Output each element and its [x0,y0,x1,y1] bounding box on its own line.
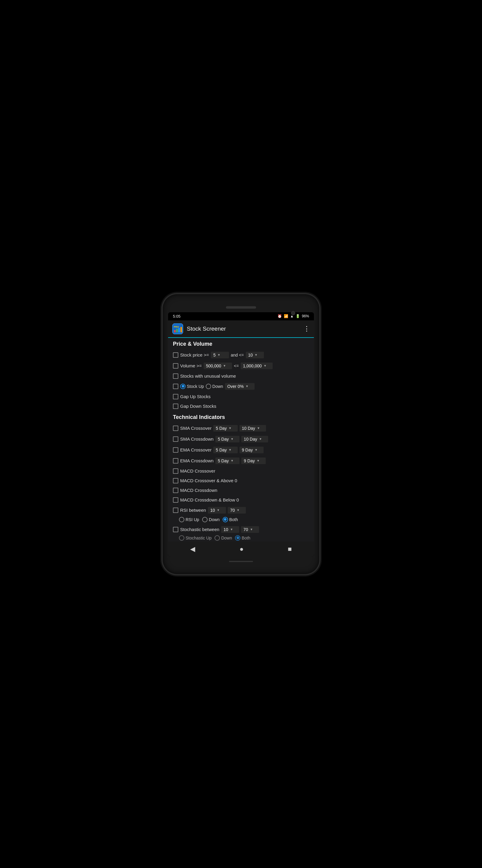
stock-down-radio[interactable]: Down [206,384,223,389]
stock-up-radio-outer [180,384,186,389]
stochastic-between-label: Stochastic between [180,527,219,532]
phone-top-bar [168,306,314,309]
sma-crossdown-checkbox[interactable] [173,436,178,442]
stochastic-both-radio-outer [235,535,240,541]
stock-down-radio-outer [206,384,211,389]
stock-price-min-dropdown[interactable]: 5 ▼ [211,352,229,358]
ema-crossover-period1-dropdown[interactable]: 5 Day ▼ [213,447,237,453]
ema-crossover-period2-dropdown[interactable]: 9 Day ▼ [239,447,264,453]
stock-up-radio[interactable]: Stock Up [180,384,204,389]
stock-direction-dropdown[interactable]: Over 0% ▼ [225,383,255,390]
rsi-between-row: RSI between 10 ▼ 70 ▼ [168,505,314,516]
stock-down-radio-label: Down [213,384,223,389]
phone-camera [291,311,295,315]
stock-direction-row: Stock Up Down Over 0% ▼ [168,381,314,392]
ema-crossover-checkbox[interactable] [173,447,178,453]
rsi-down-radio[interactable]: Down [202,517,220,522]
macd-crossdown-below-checkbox[interactable] [173,497,178,503]
svg-text:PRO: PRO [174,326,179,328]
gap-down-row: Gap Down Stocks [168,401,314,411]
macd-crossover-row: MACD Crossover [168,466,314,476]
sma-crossdown-period1-dropdown[interactable]: 5 Day ▼ [215,436,239,442]
rsi-both-radio[interactable]: Both [223,517,238,522]
sma-crossover-checkbox[interactable] [173,426,178,431]
macd-crossdown-label: MACD Crossdown [180,488,217,493]
stochastic-down-radio-label: Down [221,535,232,540]
ema-crossdown-period2-dropdown[interactable]: 9 Day ▼ [241,458,265,464]
macd-crossover-above-label: MACD Crossover & Above 0 [180,478,237,483]
rsi-up-radio-outer [179,517,184,522]
macd-crossover-label: MACD Crossover [180,468,215,473]
macd-crossover-above-checkbox[interactable] [173,478,178,484]
battery-icon: 🔋 [295,314,300,318]
gap-down-label: Gap Down Stocks [180,404,216,409]
stochastic-between-row: Stochastic between 10 ▼ 70 ▼ [168,524,314,535]
app-icon: PRO [172,323,183,334]
macd-crossover-above-row: MACD Crossover & Above 0 [168,476,314,486]
svg-rect-3 [174,330,175,333]
volume-max-dropdown[interactable]: 1,000,000 ▼ [241,363,272,369]
stochastic-down-radio-outer [215,535,220,541]
stochastic-up-radio-label: Stochastic Up [186,535,212,540]
stock-up-radio-label: Stock Up [187,384,204,389]
stochastic-min-dropdown[interactable]: 10 ▼ [221,526,239,533]
gap-down-checkbox[interactable] [173,404,178,409]
stock-price-checkbox[interactable] [173,352,178,358]
stochastic-down-radio[interactable]: Down [215,535,232,541]
macd-crossdown-checkbox[interactable] [173,488,178,493]
volume-min-dropdown[interactable]: 500,000 ▼ [204,363,232,369]
gap-up-label: Gap Up Stocks [180,394,211,399]
unusual-volume-checkbox[interactable] [173,373,178,379]
recent-button[interactable]: ■ [288,545,292,553]
volume-checkbox[interactable] [173,363,178,369]
sma-crossover-period1-dropdown[interactable]: 5 Day ▼ [213,425,237,432]
stochastic-up-radio[interactable]: Stochastic Up [179,535,212,541]
stochastic-between-checkbox[interactable] [173,527,178,532]
sma-crossdown-period2-dropdown[interactable]: 10 Day ▼ [241,436,268,442]
macd-crossover-checkbox[interactable] [173,468,178,474]
rsi-down-radio-label: Down [209,517,220,522]
stock-price-label: Stock price >= [180,352,209,358]
stock-direction-checkbox[interactable] [173,384,178,389]
ema-crossdown-checkbox[interactable] [173,458,178,464]
phone-speaker [226,306,256,309]
ema-crossdown-row: EMA Crossdown 5 Day ▼ 9 Day ▼ [168,456,314,466]
svg-rect-4 [176,329,178,333]
rsi-between-label: RSI between [180,507,206,513]
phone-bottom [168,561,314,562]
rsi-max-dropdown[interactable]: 70 ▼ [228,507,246,514]
stochastic-up-radio-outer [179,535,184,541]
ema-crossdown-period1-dropdown[interactable]: 5 Day ▼ [215,458,239,464]
technical-indicators-header: Technical Indicators [168,411,314,423]
gap-up-checkbox[interactable] [173,394,178,399]
rsi-between-checkbox[interactable] [173,507,178,513]
alarm-icon: ⏰ [278,314,282,318]
stock-price-row: Stock price >= 5 ▼ and <= 10 ▼ [168,350,314,361]
stochastic-radio-group: Stochastic Up Down Both [168,535,314,541]
stock-price-max-dropdown[interactable]: 10 ▼ [246,352,264,358]
stochastic-both-radio-label: Both [242,535,250,540]
back-button[interactable]: ◀ [190,545,195,553]
macd-crossdown-below-label: MACD Crossdown & Below 0 [180,497,239,502]
rsi-both-radio-inner [224,518,227,521]
home-button[interactable]: ● [239,545,244,553]
rsi-up-radio[interactable]: RSI Up [179,517,199,522]
gap-up-row: Gap Up Stocks [168,392,314,401]
phone-screen: 5:05 ⏰ 📶 ▲ 🔋 96% PRO [168,312,314,557]
ema-crossdown-label: EMA Crossdown [180,458,214,463]
rsi-both-radio-outer [223,517,228,522]
rsi-min-dropdown[interactable]: 10 ▼ [208,507,226,514]
price-volume-header: Price & Volume [168,338,314,350]
macd-crossdown-row: MACD Crossdown [168,486,314,495]
stochastic-both-radio[interactable]: Both [235,535,250,541]
stochastic-max-dropdown[interactable]: 70 ▼ [241,526,259,533]
sma-crossover-row: SMA Crossover 5 Day ▼ 10 Day ▼ [168,423,314,434]
phone-shell: 5:05 ⏰ 📶 ▲ 🔋 96% PRO [163,294,319,574]
menu-button[interactable]: ⋮ [303,325,310,333]
sma-crossover-period2-dropdown[interactable]: 10 Day ▼ [239,425,266,432]
svg-rect-5 [178,328,180,333]
rsi-radio-group: RSI Up Down Both [168,516,314,524]
volume-operator: <= [234,364,238,368]
content-area: Price & Volume Stock price >= 5 ▼ and <=… [168,338,314,541]
wifi-icon: 📶 [284,314,288,318]
